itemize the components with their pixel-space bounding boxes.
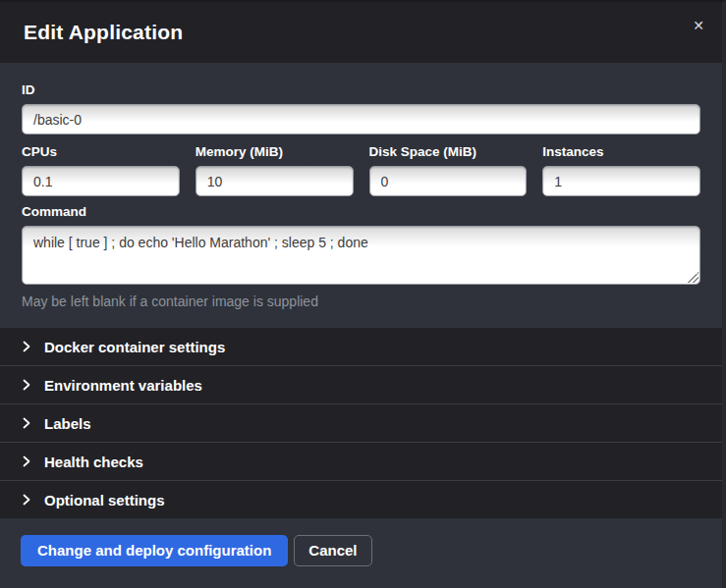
chevron-right-icon xyxy=(22,417,31,429)
command-field-group: while [ true ] ; do echo 'Hello Marathon… xyxy=(22,226,700,285)
command-help-text: May be left blank if a container image i… xyxy=(22,294,700,309)
section-environment-variables[interactable]: Environment variables xyxy=(0,366,722,404)
chevron-right-icon xyxy=(22,455,31,467)
instances-label: Instances xyxy=(542,144,700,159)
close-icon[interactable]: ✕ xyxy=(689,16,708,35)
id-input[interactable] xyxy=(22,104,700,134)
modal-header: Edit Application ✕ xyxy=(0,2,722,63)
id-label: ID xyxy=(22,82,700,97)
edit-application-modal: Edit Application ✕ ID CPUs Memory (MiB) … xyxy=(0,0,726,588)
collapsible-sections: Docker container settings Environment va… xyxy=(0,328,722,518)
section-optional-settings[interactable]: Optional settings xyxy=(0,481,722,518)
modal-title: Edit Application xyxy=(24,21,183,44)
cpus-field-group: CPUs xyxy=(22,144,180,196)
modal-footer: Change and deploy configuration Cancel xyxy=(0,518,722,588)
section-label: Health checks xyxy=(44,454,143,470)
cancel-button[interactable]: Cancel xyxy=(294,535,371,566)
command-label: Command xyxy=(22,204,700,219)
section-label: Environment variables xyxy=(44,377,202,394)
memory-label: Memory (MiB) xyxy=(195,144,354,159)
section-label: Docker container settings xyxy=(44,339,225,355)
section-labels[interactable]: Labels xyxy=(0,404,722,443)
disk-field-group: Disk Space (MiB) xyxy=(369,144,528,196)
disk-space-label: Disk Space (MiB) xyxy=(369,144,528,159)
cpus-label: CPUs xyxy=(22,144,180,159)
section-docker-container-settings[interactable]: Docker container settings xyxy=(0,328,722,366)
memory-input[interactable] xyxy=(195,166,354,196)
section-label: Optional settings xyxy=(44,492,165,508)
change-and-deploy-button[interactable]: Change and deploy configuration xyxy=(21,535,288,566)
chevron-right-icon xyxy=(22,379,31,391)
instances-input[interactable] xyxy=(542,166,700,196)
edit-application-form: ID CPUs Memory (MiB) Disk Space (MiB) In… xyxy=(0,63,722,328)
command-textarea[interactable]: while [ true ] ; do echo 'Hello Marathon… xyxy=(22,226,700,285)
section-health-checks[interactable]: Health checks xyxy=(0,443,722,481)
memory-field-group: Memory (MiB) xyxy=(195,144,354,196)
chevron-right-icon xyxy=(22,341,31,352)
resources-row: CPUs Memory (MiB) Disk Space (MiB) Insta… xyxy=(22,144,700,196)
cpus-input[interactable] xyxy=(22,166,180,196)
section-label: Labels xyxy=(44,415,91,432)
chevron-right-icon xyxy=(22,494,31,506)
disk-space-input[interactable] xyxy=(369,166,528,196)
textarea-resize-handle[interactable] xyxy=(688,272,698,283)
instances-field-group: Instances xyxy=(542,144,700,196)
